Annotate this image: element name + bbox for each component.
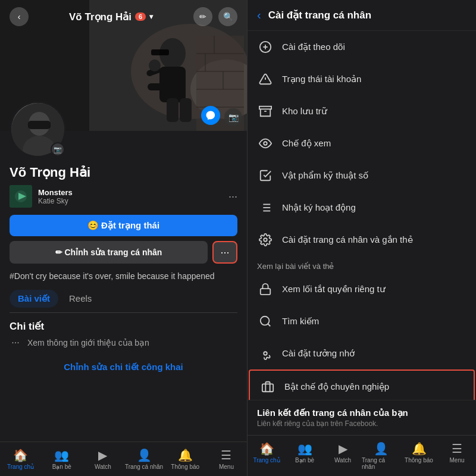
detail-dots-icon: ··· <box>10 337 21 348</box>
nav-item-menu[interactable]: ☰ Menu <box>206 446 247 472</box>
tab-reels[interactable]: Reels <box>61 290 100 308</box>
privacy-shortcuts-icon <box>257 281 274 298</box>
settings-follow-label: Cài đặt theo dõi <box>282 42 345 52</box>
right-home-icon: 🏠 <box>259 441 274 456</box>
right-menu-icon: ☰ <box>452 441 462 456</box>
profile-tabs: Bài viết Reels <box>10 290 237 313</box>
edit-profile-icon-btn[interactable]: ✏ <box>193 7 212 26</box>
music-info: Monsters Katie Sky <box>38 188 223 205</box>
notification-badge: 6 <box>135 12 146 21</box>
menu-icon: ☰ <box>221 448 231 462</box>
nav-watch-label: Watch <box>95 464 111 470</box>
right-nav-item-menu[interactable]: ☰ Menu <box>438 439 476 472</box>
right-nav-home-label: Trang chủ <box>253 457 280 464</box>
right-nav-menu-label: Menu <box>449 457 464 464</box>
tab-reels-label: Reels <box>69 293 92 303</box>
bottom-navigation: 🏠 Trang chủ 👥 Bạn bè ▶ Watch 👤 Trang cá … <box>0 441 247 476</box>
right-back-button[interactable]: ‹ <box>257 8 261 22</box>
top-navigation: ‹ Võ Trọng Hải 6 ▾ ✏ 🔍 <box>0 0 247 33</box>
dropdown-icon: ▾ <box>149 12 153 21</box>
right-nav-item-watch[interactable]: ▶ Watch <box>324 439 362 472</box>
activity-log-icon <box>257 199 274 216</box>
profile-title-bar: Võ Trọng Hải 6 ▾ <box>69 11 153 23</box>
back-button[interactable]: ‹ <box>10 7 29 26</box>
svg-point-41 <box>264 238 267 242</box>
friends-icon: 👥 <box>54 448 69 462</box>
svg-line-44 <box>268 324 270 326</box>
tab-posts[interactable]: Bài viết <box>10 290 58 308</box>
messenger-button[interactable] <box>201 106 220 125</box>
svg-rect-32 <box>259 107 271 109</box>
music-thumbnail <box>10 185 32 208</box>
settings-item-archive[interactable]: Kho lưu trữ <box>248 95 476 127</box>
nav-item-watch[interactable]: ▶ Watch <box>82 446 123 472</box>
svg-point-34 <box>264 142 267 145</box>
cover-camera-button[interactable]: 📷 <box>224 108 242 126</box>
profile-nav-icon: 👤 <box>137 448 152 462</box>
digital-items-icon <box>257 167 274 184</box>
professional-mode-icon <box>259 378 276 395</box>
svg-point-10 <box>149 60 161 71</box>
search-settings-icon <box>257 313 274 330</box>
right-nav-notifications-label: Thông báo <box>405 457 433 464</box>
settings-account-status-label: Trạng thái tài khoản <box>282 74 361 84</box>
settings-item-activity-log[interactable]: Nhật ký hoạt động <box>248 192 476 224</box>
edit-public-button[interactable]: Chỉnh sửa chi tiết công khai <box>10 356 237 378</box>
right-nav-profile-label: Trang cá nhân <box>362 457 400 470</box>
more-options-button[interactable]: ··· <box>212 241 237 264</box>
profile-content: Võ Trọng Hải Monsters Katie Sky ··· 😊 Đặ… <box>0 160 247 441</box>
right-panel-title: Cài đặt trang cá nhân <box>268 9 371 21</box>
search-icon-btn[interactable]: 🔍 <box>218 7 237 26</box>
settings-item-digital-items[interactable]: Vật phẩm kỹ thuật số <box>248 159 476 192</box>
tab-posts-label: Bài viết <box>18 293 50 303</box>
settings-privacy-shortcuts-label: Xem lối tắt quyền riêng tư <box>282 284 386 295</box>
top-nav-actions: ✏ 🔍 <box>193 7 237 26</box>
nav-friends-label: Bạn bè <box>52 464 71 470</box>
settings-profile-tagging-label: Cài đặt trang cá nhân và gắn thẻ <box>282 234 413 245</box>
follow-settings-icon <box>257 39 274 55</box>
right-nav-item-friends[interactable]: 👥 Bạn bè <box>286 439 324 472</box>
settings-item-view-mode[interactable]: Chế độ xem <box>248 127 476 159</box>
nav-home-label: Trang chủ <box>7 464 34 470</box>
edit-public-label: Chỉnh sửa chi tiết công khai <box>64 362 183 372</box>
right-nav-item-profile[interactable]: 👤 Trang cá nhân <box>362 439 400 472</box>
svg-rect-6 <box>148 83 165 90</box>
music-title: Monsters <box>38 188 223 197</box>
svg-rect-23 <box>28 121 51 129</box>
right-bottom-subtitle: Liên kết riêng của bạn trên Facebook. <box>257 419 466 428</box>
settings-item-profile-tagging[interactable]: Cài đặt trang cá nhân và gắn thẻ <box>248 224 476 256</box>
right-notification-icon: 🔔 <box>412 441 427 456</box>
right-bottom-title: Liên kết đến trang cá nhân của bạn <box>257 408 466 418</box>
settings-professional-mode-label: Bật chế độ chuyên nghiệp <box>284 381 389 392</box>
settings-list: Cài đặt theo dõi Trạng thái tài khoản Kh… <box>248 31 476 400</box>
left-panel: ‹ Võ Trọng Hải 6 ▾ ✏ 🔍 📷 <box>0 0 247 476</box>
settings-item-search[interactable]: Tìm kiếm <box>248 305 476 337</box>
settings-item-professional-mode[interactable]: Bật chế độ chuyên nghiệp <box>249 369 475 400</box>
detail-intro-text: Xem thông tin giới thiệu của bạn <box>27 338 149 347</box>
set-status-button[interactable]: 😊 Đặt trạng thái <box>10 215 237 236</box>
right-panel-header: ‹ Cài đặt trang cá nhân <box>248 0 476 31</box>
settings-item-privacy-shortcuts[interactable]: Xem lối tắt quyền riêng tư <box>248 273 476 305</box>
right-nav-friends-label: Bạn bè <box>295 457 314 464</box>
nav-item-friends[interactable]: 👥 Bạn bè <box>41 446 82 472</box>
profile-name: Võ Trọng Hải <box>10 165 237 180</box>
archive-icon <box>257 103 274 120</box>
avatar-container: 📷 <box>10 101 66 158</box>
nav-item-profile[interactable]: 👤 Trang cá nhân <box>124 446 165 472</box>
nav-menu-label: Menu <box>219 464 234 470</box>
music-more-button[interactable]: ··· <box>228 190 237 203</box>
avatar-camera-button[interactable]: 📷 <box>51 142 65 156</box>
edit-profile-button[interactable]: ✏ Chỉnh sửa trang cá nhân <box>10 241 208 264</box>
nav-item-notifications[interactable]: 🔔 Thông báo <box>165 446 206 472</box>
right-nav-item-notifications[interactable]: 🔔 Thông báo <box>400 439 438 472</box>
svg-rect-42 <box>261 289 271 295</box>
nav-item-home[interactable]: 🏠 Trang chủ <box>0 446 41 472</box>
nav-notifications-label: Thông báo <box>171 464 199 470</box>
settings-digital-items-label: Vật phẩm kỹ thuật số <box>282 170 368 181</box>
set-status-label: 😊 Đặt trạng thái <box>87 220 159 231</box>
right-nav-item-home[interactable]: 🏠 Trang chủ <box>248 439 286 472</box>
settings-item-memorialization[interactable]: Cài đặt tưởng nhớ <box>248 337 476 369</box>
right-bottom-navigation: 🏠 Trang chủ 👥 Bạn bè ▶ Watch 👤 Trang cá … <box>248 435 476 476</box>
settings-item-account-status[interactable]: Trạng thái tài khoản <box>248 63 476 95</box>
settings-item-follow[interactable]: Cài đặt theo dõi <box>248 31 476 63</box>
